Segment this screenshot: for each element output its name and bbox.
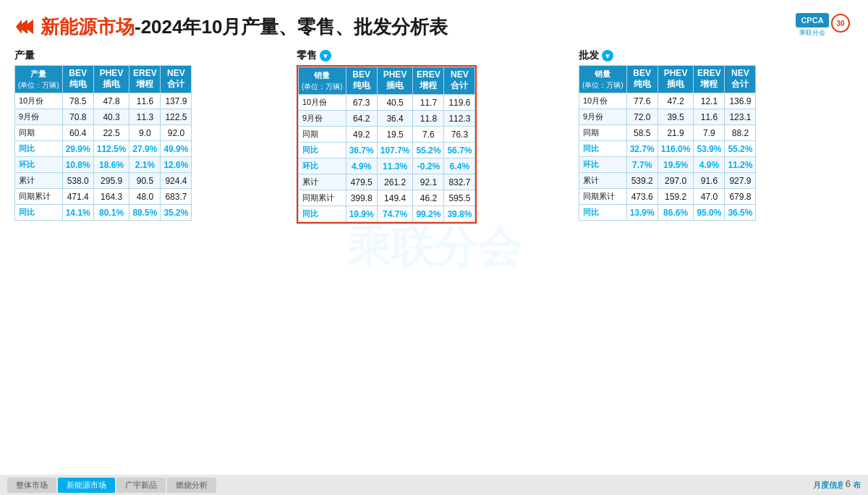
prod-col-0-header: 产量(单位：万辆) (15, 66, 63, 93)
retail-row6-col4: 595.5 (444, 190, 475, 206)
production-row2-col1: 60.4 (62, 125, 93, 141)
retail-row7-col2: 74.7% (377, 206, 413, 222)
production-row2-col4: 92.0 (161, 125, 192, 141)
wholesale-label-area: 批发 ▼ (579, 49, 854, 62)
retail-row3-col0: 同比 (299, 143, 346, 158)
production-row7-col1: 14.1% (62, 205, 93, 221)
retail-row4-col1: 4.9% (346, 158, 377, 174)
data-sections: 产量 产量(单位：万辆) BEV纯电 PHEV插电 EREV增程 NEV合计 1… (14, 49, 854, 227)
retail-row5-col4: 832.7 (444, 174, 475, 190)
wholesale-row2-col3: 7.9 (694, 125, 725, 141)
retail-row3-col4: 56.7% (444, 143, 475, 158)
retail-row3-col2: 107.7% (377, 143, 413, 158)
wholesale-down-arrow-icon: ▼ (602, 50, 613, 62)
wholesale-row7-col3: 95.0% (694, 205, 725, 221)
prod-col-3-header: EREV增程 (129, 66, 161, 93)
wholesale-row0-col2: 47.2 (658, 93, 694, 109)
svg-text:乘联分会: 乘联分会 (799, 29, 825, 36)
wholesale-row2-col1: 58.5 (626, 125, 658, 141)
production-row0-col0: 10月份 (15, 93, 63, 109)
tab-new-products[interactable]: 广宇新品 (116, 478, 166, 493)
wholesale-col-0-header: 销量(单位：万辆) (579, 66, 627, 93)
wholesale-table: 销量(单位：万辆) BEV纯电 PHEV插电 EREV增程 NEV合计 10月份… (579, 65, 756, 221)
title-arrows-icon (14, 17, 35, 37)
wholesale-row1-col1: 72.0 (626, 109, 658, 125)
wholesale-row4-col4: 11.2% (725, 157, 756, 173)
retail-row2-col1: 49.2 (346, 127, 377, 143)
wholesale-row6-col4: 679.8 (725, 189, 756, 205)
retail-row1-col1: 64.2 (346, 111, 377, 127)
retail-row6-col3: 46.2 (413, 190, 444, 206)
retail-row5-col1: 479.5 (346, 174, 377, 190)
wholesale-row0-col3: 12.1 (694, 93, 725, 109)
retail-row7-col4: 39.8% (444, 206, 475, 222)
retail-row4-col2: 11.3% (377, 158, 413, 174)
retail-row0-col2: 40.5 (377, 95, 413, 111)
wholesale-col-2-header: PHEV插电 (658, 66, 694, 93)
page-title: 新能源市场-2024年10月产量、零售、批发分析表 (41, 14, 448, 40)
production-row0-col2: 47.8 (93, 93, 129, 109)
production-row3-col4: 49.9% (161, 141, 192, 157)
production-row2-col2: 22.5 (93, 125, 129, 141)
svg-text:30: 30 (836, 20, 845, 28)
production-row5-col1: 538.0 (62, 173, 93, 189)
retail-row6-col1: 399.8 (346, 190, 377, 206)
retail-row5-col0: 累计 (299, 174, 346, 190)
wholesale-row2-col2: 21.9 (658, 125, 694, 141)
tab-overall-market[interactable]: 整体市场 (7, 478, 56, 493)
production-row6-col1: 471.4 (62, 189, 93, 205)
wholesale-row7-col1: 13.9% (626, 205, 658, 221)
production-row0-col4: 137.9 (161, 93, 192, 109)
retail-row5-col2: 261.2 (377, 174, 413, 190)
retail-row4-col4: 6.4% (444, 158, 475, 174)
wholesale-col-4-header: NEV合计 (725, 66, 756, 93)
retail-row7-col1: 19.9% (346, 206, 377, 222)
retail-row0-col4: 119.6 (444, 95, 475, 111)
wholesale-row2-col4: 88.2 (725, 125, 756, 141)
production-row3-col2: 112.5% (93, 141, 129, 157)
production-row1-col0: 9月份 (15, 109, 63, 125)
retail-label-area: 零售 ▼ (297, 49, 571, 62)
production-row4-col4: 12.6% (161, 157, 192, 173)
production-row2-col3: 9.0 (129, 125, 161, 141)
wholesale-row7-col0: 同比 (579, 205, 627, 221)
tab-nev-market[interactable]: 新能源市场 (58, 478, 115, 493)
retail-label: 零售 (297, 49, 317, 62)
wholesale-col-1-header: BEV纯电 (626, 66, 658, 93)
wholesale-row4-col2: 19.5% (658, 157, 694, 173)
retail-col-2-header: PHEV插电 (377, 67, 413, 95)
bottom-tabs[interactable]: 整体市场 新能源市场 广宇新品 燃烧分析 (7, 478, 216, 493)
retail-row5-col3: 92.1 (413, 174, 444, 190)
retail-row1-col4: 112.3 (444, 111, 475, 127)
production-label: 产量 (14, 49, 289, 62)
wholesale-row3-col1: 32.7% (626, 141, 658, 157)
retail-row2-col3: 7.6 (413, 127, 444, 143)
wholesale-row6-col0: 同期累计 (579, 189, 627, 205)
production-row3-col0: 同比 (15, 141, 63, 157)
retail-row2-col2: 19.5 (377, 127, 413, 143)
production-row1-col3: 11.3 (129, 109, 161, 125)
retail-row0-col1: 67.3 (346, 95, 377, 111)
wholesale-row4-col1: 7.7% (626, 157, 658, 173)
production-row6-col2: 164.3 (93, 189, 129, 205)
wholesale-row5-col1: 539.2 (626, 173, 658, 189)
production-row2-col0: 同期 (15, 125, 63, 141)
production-row0-col1: 78.5 (62, 93, 93, 109)
production-row6-col3: 48.0 (129, 189, 161, 205)
retail-row7-col3: 99.2% (413, 206, 444, 222)
retail-table: 销量(单位：万辆) BEV纯电 PHEV插电 EREV增程 NEV合计 10月份… (298, 67, 475, 222)
wholesale-section: 批发 ▼ 销量(单位：万辆) BEV纯电 PHEV插电 EREV增程 NEV合计… (579, 49, 854, 221)
wholesale-row5-col0: 累计 (579, 173, 627, 189)
production-row5-col2: 295.9 (93, 173, 129, 189)
wholesale-row3-col3: 53.9% (694, 141, 725, 157)
retail-row0-col3: 11.7 (413, 95, 444, 111)
retail-row1-col3: 11.8 (413, 111, 444, 127)
retail-col-3-header: EREV增程 (413, 67, 444, 95)
retail-row1-col0: 9月份 (299, 111, 346, 127)
retail-row2-col0: 同期 (299, 127, 346, 143)
production-row3-col3: 27.9% (129, 141, 161, 157)
production-row4-col0: 环比 (15, 157, 63, 173)
wholesale-row6-col1: 473.6 (626, 189, 658, 205)
tab-fuel-analysis[interactable]: 燃烧分析 (167, 478, 216, 493)
wholesale-row7-col4: 36.5% (725, 205, 756, 221)
